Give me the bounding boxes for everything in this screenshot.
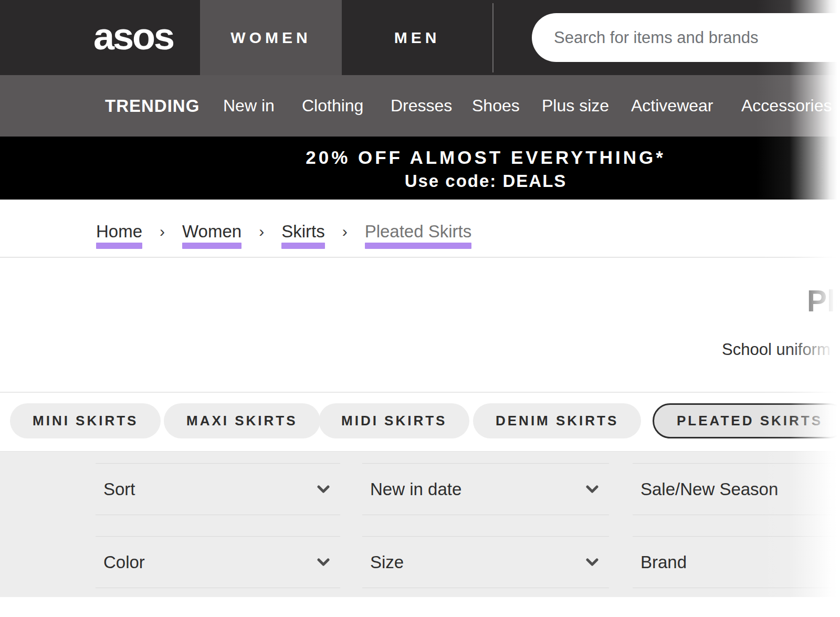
filter-brand[interactable]: Brand bbox=[633, 536, 840, 588]
pill-midi-skirts[interactable]: MIDI SKIRTS bbox=[319, 403, 469, 438]
pill-mini-skirts[interactable]: MINI SKIRTS bbox=[10, 403, 161, 438]
filter-sort[interactable]: Sort bbox=[96, 463, 340, 515]
nav-item-shoes[interactable]: Shoes bbox=[472, 75, 520, 137]
filter-new-in-date[interactable]: New in date bbox=[362, 463, 609, 515]
breadcrumb-pleated-skirts-label: Pleated Skirts bbox=[365, 222, 472, 242]
breadcrumb-pleated-skirts: Pleated Skirts bbox=[365, 222, 472, 249]
breadcrumb-home-label: Home bbox=[96, 222, 142, 242]
nav-item-plus-size[interactable]: Plus size bbox=[542, 75, 609, 137]
tab-women-label: WOMEN bbox=[230, 29, 311, 47]
page-title: Pleated Skirts bbox=[807, 284, 840, 318]
category-nav: TRENDING New in Clothing Dresses Shoes P… bbox=[0, 75, 840, 137]
breadcrumb-underline bbox=[281, 243, 325, 249]
pill-maxi-skirts[interactable]: MAXI SKIRTS bbox=[164, 403, 320, 438]
promo-banner[interactable]: 20% OFF ALMOST EVERYTHING* Use code: DEA… bbox=[0, 137, 840, 200]
filter-sale-new-season[interactable]: Sale/New Season bbox=[633, 463, 840, 515]
nav-item-activewear[interactable]: Activewear bbox=[631, 75, 713, 137]
promo-banner-content: 20% OFF ALMOST EVERYTHING* Use code: DEA… bbox=[0, 137, 840, 191]
breadcrumb-home[interactable]: Home bbox=[96, 222, 142, 249]
breadcrumb-women-label: Women bbox=[182, 222, 242, 242]
breadcrumb-separator: › bbox=[342, 222, 348, 242]
filter-new-in-date-label: New in date bbox=[370, 479, 461, 499]
breadcrumb-women[interactable]: Women bbox=[182, 222, 242, 249]
nav-item-accessories[interactable]: Accessories bbox=[741, 75, 832, 137]
breadcrumb-underline bbox=[182, 243, 242, 249]
filter-brand-label: Brand bbox=[640, 552, 687, 572]
chevron-down-icon bbox=[586, 485, 598, 494]
asos-logo[interactable]: asos bbox=[93, 17, 173, 55]
breadcrumb-underline bbox=[365, 243, 472, 249]
filter-color[interactable]: Color bbox=[96, 536, 340, 588]
filter-color-label: Color bbox=[103, 552, 145, 572]
search-input[interactable] bbox=[532, 13, 840, 62]
top-header: asos WOMEN MEN bbox=[0, 0, 840, 75]
breadcrumb-separator: › bbox=[259, 222, 264, 242]
chevron-down-icon bbox=[586, 558, 598, 567]
pill-denim-skirts[interactable]: DENIM SKIRTS bbox=[473, 403, 641, 438]
breadcrumb-underline bbox=[96, 243, 142, 249]
asos-category-page: asos WOMEN MEN TRENDING New in Clothing … bbox=[0, 0, 840, 617]
filter-sort-label: Sort bbox=[103, 479, 135, 499]
page-subtitle-link[interactable]: School uniform bbox=[722, 340, 831, 359]
divider bbox=[0, 257, 840, 258]
breadcrumb-skirts[interactable]: Skirts bbox=[281, 222, 325, 249]
nav-item-dresses[interactable]: Dresses bbox=[391, 75, 452, 137]
nav-item-clothing[interactable]: Clothing bbox=[302, 75, 363, 137]
filter-bar: Sort New in date Sale/New Season Color S… bbox=[0, 451, 840, 597]
breadcrumb-skirts-label: Skirts bbox=[281, 222, 325, 242]
nav-item-trending[interactable]: TRENDING bbox=[105, 75, 200, 137]
nav-item-new-in[interactable]: New in bbox=[223, 75, 275, 137]
chevron-down-icon bbox=[317, 485, 330, 494]
filter-sale-new-season-label: Sale/New Season bbox=[640, 479, 778, 499]
header-divider bbox=[492, 3, 494, 72]
filter-size-label: Size bbox=[370, 552, 404, 572]
chevron-down-icon bbox=[317, 558, 330, 567]
divider bbox=[0, 392, 840, 393]
promo-code: Use code: DEALS bbox=[0, 171, 840, 191]
breadcrumb-separator: › bbox=[160, 222, 165, 242]
filter-size[interactable]: Size bbox=[362, 536, 609, 588]
tab-men[interactable]: MEN bbox=[342, 0, 492, 75]
breadcrumb: Home › Women › Skirts › Pleated Skirts bbox=[96, 222, 471, 249]
tab-men-label: MEN bbox=[394, 29, 440, 47]
tab-women[interactable]: WOMEN bbox=[200, 0, 342, 75]
pill-pleated-skirts[interactable]: PLEATED SKIRTS bbox=[653, 403, 840, 438]
promo-headline: 20% OFF ALMOST EVERYTHING* bbox=[0, 147, 840, 168]
